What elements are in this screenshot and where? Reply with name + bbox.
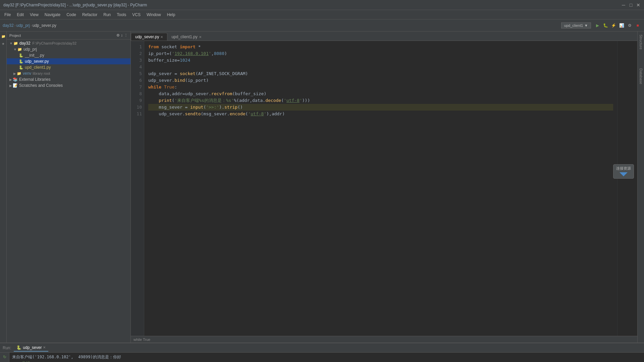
- menu-edit[interactable]: Edit: [14, 12, 26, 18]
- tree-label: Scratches and Consoles: [19, 83, 63, 88]
- code-line-4: [148, 64, 613, 70]
- menu-refactor[interactable]: Refactor: [79, 12, 100, 18]
- scratch-icon: 📝: [13, 83, 18, 88]
- tab-close-icon[interactable]: ✕: [199, 35, 202, 39]
- project-icon[interactable]: 📁: [0, 33, 6, 39]
- tree-item-udp-sever[interactable]: 🐍 udp_sever.py: [7, 58, 130, 64]
- editor-status: while True: [131, 336, 637, 343]
- code-editor[interactable]: 1 2 3 4 5 6 7 8 9 10 11 from socket impo…: [131, 41, 637, 336]
- window-controls: ─ □ ✕: [621, 3, 641, 7]
- tab-udp-sever[interactable]: udp_sever.py ✕: [131, 33, 167, 41]
- stop-button[interactable]: ■: [634, 22, 641, 29]
- project-sort-icon[interactable]: ↕: [121, 33, 123, 38]
- tree-item-external-libs[interactable]: ▶ 📚 External Libraries: [7, 76, 130, 82]
- run-content: ↻ ↑ ■ ⏸ 🖨 ⚙ 📋 ↩ ✕ 来自客户端('192.168.0.102',…: [0, 353, 644, 362]
- expand-arrow: ▶: [13, 72, 16, 75]
- database-icon[interactable]: Database: [638, 67, 644, 85]
- run-config-selector[interactable]: upd_client1 ▼: [561, 22, 591, 28]
- code-line-7: while True:: [148, 84, 613, 90]
- structure-icon[interactable]: Structure: [638, 33, 644, 51]
- code-line-6: udp_sever.bind(ip_port): [148, 77, 613, 84]
- menu-view[interactable]: View: [27, 12, 41, 18]
- project-tree: ▼ 📁 day32 F:\PyCharmProjects\day32 ▼ 📁 u…: [7, 40, 130, 343]
- folder-icon: 📁: [17, 71, 21, 76]
- expand-arrow: ▶: [9, 84, 12, 87]
- expand-arrow: ▼: [13, 48, 17, 51]
- close-btn[interactable]: ✕: [636, 3, 641, 7]
- profile-button[interactable]: 📊: [618, 22, 625, 29]
- connection-label: 连接资源: [616, 166, 631, 170]
- connection-bubble[interactable]: 连接资源: [613, 164, 634, 179]
- favorites-icon[interactable]: ★: [0, 41, 6, 47]
- project-path: F:\PyCharmProjects\day32: [33, 41, 76, 45]
- editor-area: udp_sever.py ✕ upd_client1.py ✕ 1 2 3 4 …: [131, 32, 637, 343]
- minimize-btn[interactable]: ─: [621, 3, 626, 7]
- tree-item-scratches[interactable]: ▶ 📝 Scratches and Consoles: [7, 82, 130, 88]
- line-numbers: 1 2 3 4 5 6 7 8 9 10 11: [131, 41, 144, 336]
- code-line-3: buffer_size=1024: [148, 57, 613, 64]
- tree-item-upd-client[interactable]: 🐍 upd_client1.py: [7, 64, 130, 70]
- folder-icon: 📁: [13, 41, 18, 46]
- run-button[interactable]: ▶: [594, 22, 601, 29]
- tree-item-init[interactable]: 🐍 __init__.py: [7, 52, 130, 58]
- main-content: 📁 ★ Project ⚙ ↕ ⋮ ▼ 📁 day32 F:\PyCharmPr…: [0, 32, 644, 343]
- project-menu-icon[interactable]: ⋮: [124, 33, 128, 38]
- run-label: Run:: [3, 346, 11, 350]
- code-line-10: msg_sever = input('>>:').strip(): [148, 104, 613, 111]
- output-line-2: >>: 你好: [12, 360, 641, 362]
- breadcrumb-project[interactable]: day32: [3, 23, 14, 28]
- restart-button[interactable]: ↻: [1, 354, 8, 360]
- toolbar: day32 › udp_prj › udp_sever.py upd_clien…: [0, 19, 644, 32]
- code-content[interactable]: from socket import * ip_port=('192.168.0…: [144, 41, 617, 336]
- py-file-icon: 🐍: [19, 65, 23, 70]
- tree-label: __init__.py: [25, 53, 44, 58]
- tree-label: External Libraries: [19, 77, 50, 82]
- code-line-8: data,addr=udp_sever.recvfrom(buffer_size…: [148, 90, 613, 97]
- tab-label: upd_client1.py: [171, 35, 197, 39]
- menu-file[interactable]: File: [2, 12, 13, 18]
- run-panel-tabs: Run: 🐍 udp_sever ✕: [0, 343, 644, 353]
- code-line-9: print('来自客户端%s的消息是：%s'%(addr,data.decode…: [148, 97, 613, 104]
- menu-bar: File Edit View Navigate Code Refactor Ru…: [0, 10, 644, 19]
- project-settings-icon[interactable]: ⚙: [116, 33, 120, 38]
- connection-arrow-icon: [620, 172, 628, 176]
- tab-upd-client[interactable]: upd_client1.py ✕: [167, 33, 205, 41]
- breadcrumb: day32 › udp_prj › udp_sever.py: [3, 23, 56, 28]
- right-tool-icons: Structure Database: [637, 32, 644, 343]
- tree-item-venv[interactable]: ▶ 📁 venv library root: [7, 70, 130, 76]
- run-output: 来自客户端('192.168.0.102', 49899)的消息是：你好 >>:…: [9, 353, 644, 362]
- tree-label: venv: [23, 71, 31, 76]
- menu-window[interactable]: Window: [144, 12, 164, 18]
- breadcrumb-file[interactable]: udp_sever.py: [33, 23, 56, 28]
- left-tool-icons: 📁 ★: [0, 32, 7, 343]
- debug-button[interactable]: 🐛: [602, 22, 609, 29]
- run-sidebar: ↻ ↑ ■ ⏸ 🖨 ⚙ 📋 ↩ ✕: [0, 353, 9, 362]
- tree-item-udp_prj[interactable]: ▼ 📁 udp_prj: [7, 46, 130, 52]
- tree-label: udp_prj: [23, 47, 37, 52]
- run-config-name: upd_client1: [564, 23, 583, 27]
- menu-navigate[interactable]: Navigate: [42, 12, 63, 18]
- dropdown-icon: ▼: [584, 23, 588, 27]
- output-line-1: 来自客户端('192.168.0.102', 49899)的消息是：你好: [12, 354, 641, 360]
- code-line-2: ip_port=('192.168.0.101',8080): [148, 50, 613, 57]
- run-with-coverage-button[interactable]: ⚡: [610, 22, 617, 29]
- breadcrumb-folder[interactable]: udp_prj: [16, 23, 30, 28]
- library-root-label: library root: [33, 71, 50, 75]
- tree-label: day32: [19, 41, 31, 46]
- tree-item-day32[interactable]: ▼ 📁 day32 F:\PyCharmProjects\day32: [7, 40, 130, 46]
- code-line-11: udp_sever.sendto(msg_sever.encode('utf-8…: [148, 111, 613, 117]
- expand-arrow: ▶: [9, 78, 12, 81]
- run-tab-icon: 🐍: [16, 345, 21, 350]
- menu-code[interactable]: Code: [64, 12, 79, 18]
- menu-run[interactable]: Run: [101, 12, 113, 18]
- menu-tools[interactable]: Tools: [114, 12, 129, 18]
- maximize-btn[interactable]: □: [629, 3, 633, 7]
- menu-help[interactable]: Help: [164, 12, 178, 18]
- project-panel-header: Project ⚙ ↕ ⋮: [7, 32, 130, 40]
- run-tab-close-icon[interactable]: ✕: [43, 346, 46, 349]
- tab-close-icon[interactable]: ✕: [160, 35, 163, 39]
- run-tab-udp-sever[interactable]: 🐍 udp_sever ✕: [14, 344, 48, 352]
- concurrency-button[interactable]: ⚙: [626, 22, 633, 29]
- menu-vcs[interactable]: VCS: [129, 12, 143, 18]
- py-file-icon: 🐍: [19, 59, 23, 64]
